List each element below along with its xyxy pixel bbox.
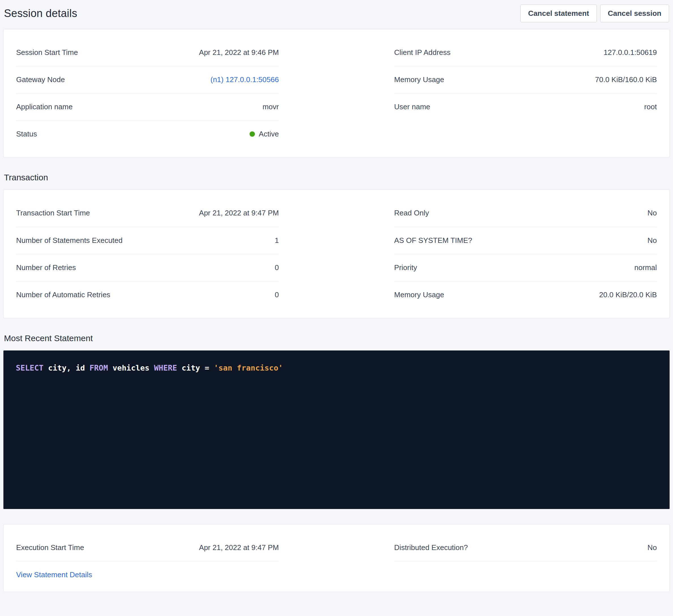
sql-keyword-from: FROM [89, 363, 113, 372]
retries-label: Number of Retries [16, 263, 76, 272]
active-status-dot-icon [250, 131, 255, 137]
view-statement-details-row: View Statement Details [16, 561, 279, 582]
status-text: Active [259, 130, 279, 138]
status-row: Status Active [16, 120, 279, 147]
transaction-columns: Transaction Start Time Apr 21, 2022 at 9… [16, 200, 657, 308]
sql-plain-condition: city = [182, 363, 214, 372]
priority-row: Priority normal [394, 254, 657, 281]
page-title: Session details [4, 7, 77, 20]
execution-left-column: Execution Start Time Apr 21, 2022 at 9:4… [16, 534, 279, 582]
session-details-page: Session details Cancel statement Cancel … [0, 0, 673, 595]
session-summary-card: Session Start Time Apr 21, 2022 at 9:46 … [3, 29, 670, 158]
user-name-row: User name root [394, 93, 657, 120]
priority-label: Priority [394, 263, 417, 272]
session-start-time-value: Apr 21, 2022 at 9:46 PM [199, 48, 279, 57]
sql-plain-table: vehicles [113, 363, 154, 372]
session-memory-usage-value: 70.0 KiB/160.0 KiB [595, 75, 657, 84]
distributed-execution-value: No [648, 543, 657, 552]
retries-row: Number of Retries 0 [16, 254, 279, 281]
cancel-statement-button[interactable]: Cancel statement [520, 5, 597, 22]
session-memory-usage-row: Memory Usage 70.0 KiB/160.0 KiB [394, 66, 657, 93]
distributed-execution-row: Distributed Execution? No [394, 534, 657, 561]
transaction-start-time-value: Apr 21, 2022 at 9:47 PM [199, 209, 279, 218]
gateway-node-label: Gateway Node [16, 75, 65, 84]
distributed-execution-label: Distributed Execution? [394, 543, 468, 552]
session-summary-columns: Session Start Time Apr 21, 2022 at 9:46 … [16, 39, 657, 148]
statements-executed-label: Number of Statements Executed [16, 236, 123, 245]
header-actions: Cancel statement Cancel session [520, 5, 669, 22]
most-recent-statement-heading: Most Recent Statement [4, 333, 669, 343]
cancel-session-button[interactable]: Cancel session [600, 5, 669, 22]
session-summary-right-column: Client IP Address 127.0.0.1:50619 Memory… [394, 39, 657, 120]
transaction-memory-usage-label: Memory Usage [394, 290, 444, 299]
execution-start-time-row: Execution Start Time Apr 21, 2022 at 9:4… [16, 534, 279, 561]
transaction-summary-card: Transaction Start Time Apr 21, 2022 at 9… [3, 190, 670, 318]
sql-keyword-select: SELECT [16, 363, 48, 372]
gateway-node-row: Gateway Node (n1) 127.0.0.1:50566 [16, 66, 279, 93]
status-label: Status [16, 130, 37, 138]
application-name-value: movr [263, 102, 279, 111]
transaction-start-time-label: Transaction Start Time [16, 209, 90, 218]
automatic-retries-row: Number of Automatic Retries 0 [16, 281, 279, 308]
session-summary-left-column: Session Start Time Apr 21, 2022 at 9:46 … [16, 39, 279, 148]
client-ip-label: Client IP Address [394, 48, 451, 57]
gateway-node-link[interactable]: (n1) 127.0.0.1:50566 [210, 75, 279, 84]
read-only-label: Read Only [394, 209, 429, 218]
application-name-row: Application name movr [16, 93, 279, 120]
transaction-section-heading: Transaction [4, 173, 669, 182]
priority-value: normal [635, 263, 657, 272]
as-of-system-time-row: AS OF SYSTEM TIME? No [394, 227, 657, 254]
sql-string-literal: 'san francisco' [214, 363, 283, 372]
sql-keyword-where: WHERE [154, 363, 182, 372]
client-ip-value: 127.0.0.1:50619 [604, 48, 657, 57]
sql-plain-columns: city, id [48, 363, 89, 372]
session-start-time-label: Session Start Time [16, 48, 78, 57]
transaction-memory-usage-row: Memory Usage 20.0 KiB/20.0 KiB [394, 281, 657, 308]
application-name-label: Application name [16, 102, 72, 111]
transaction-start-time-row: Transaction Start Time Apr 21, 2022 at 9… [16, 200, 279, 227]
user-name-value: root [644, 102, 657, 111]
statements-executed-row: Number of Statements Executed 1 [16, 227, 279, 254]
execution-right-column: Distributed Execution? No [394, 534, 657, 561]
automatic-retries-value: 0 [275, 290, 279, 299]
automatic-retries-label: Number of Automatic Retries [16, 290, 110, 299]
read-only-row: Read Only No [394, 200, 657, 227]
transaction-memory-usage-value: 20.0 KiB/20.0 KiB [599, 290, 657, 299]
execution-start-time-label: Execution Start Time [16, 543, 84, 552]
statements-executed-value: 1 [275, 236, 279, 245]
session-start-time-row: Session Start Time Apr 21, 2022 at 9:46 … [16, 39, 279, 66]
sql-statement-box: SELECT city, id FROM vehicles WHERE city… [3, 350, 670, 509]
retries-value: 0 [275, 263, 279, 272]
user-name-label: User name [394, 102, 430, 111]
as-of-system-time-value: No [648, 236, 657, 245]
client-ip-row: Client IP Address 127.0.0.1:50619 [394, 39, 657, 66]
status-value: Active [250, 130, 279, 138]
as-of-system-time-label: AS OF SYSTEM TIME? [394, 236, 472, 245]
view-statement-details-link[interactable]: View Statement Details [16, 570, 92, 579]
transaction-left-column: Transaction Start Time Apr 21, 2022 at 9… [16, 200, 279, 308]
read-only-value: No [648, 209, 657, 218]
execution-start-time-value: Apr 21, 2022 at 9:47 PM [199, 543, 279, 552]
execution-summary-card: Execution Start Time Apr 21, 2022 at 9:4… [3, 524, 670, 592]
page-header: Session details Cancel statement Cancel … [3, 0, 670, 29]
execution-columns: Execution Start Time Apr 21, 2022 at 9:4… [16, 534, 657, 582]
transaction-right-column: Read Only No AS OF SYSTEM TIME? No Prior… [394, 200, 657, 308]
session-memory-usage-label: Memory Usage [394, 75, 444, 84]
sql-statement: SELECT city, id FROM vehicles WHERE city… [16, 363, 283, 372]
